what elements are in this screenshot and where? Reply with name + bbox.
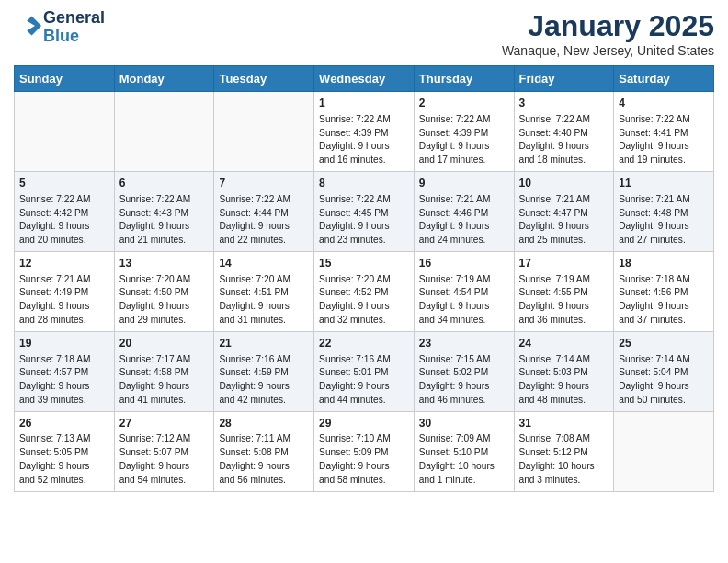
- day-number: 28: [219, 416, 309, 431]
- calendar-week-row: 19Sunrise: 7:18 AM Sunset: 4:57 PM Dayli…: [15, 331, 714, 411]
- logo-text-blue: Blue: [43, 28, 105, 46]
- day-number: 16: [419, 256, 509, 271]
- day-info: Sunrise: 7:19 AM Sunset: 4:55 PM Dayligh…: [519, 273, 609, 327]
- calendar-cell: 14Sunrise: 7:20 AM Sunset: 4:51 PM Dayli…: [214, 251, 314, 331]
- day-info: Sunrise: 7:20 AM Sunset: 4:51 PM Dayligh…: [219, 273, 309, 327]
- calendar-cell: 4Sunrise: 7:22 AM Sunset: 4:41 PM Daylig…: [614, 92, 714, 172]
- calendar-cell: 5Sunrise: 7:22 AM Sunset: 4:42 PM Daylig…: [15, 171, 115, 251]
- day-number: 25: [619, 336, 709, 351]
- day-info: Sunrise: 7:22 AM Sunset: 4:41 PM Dayligh…: [619, 113, 709, 167]
- day-number: 10: [519, 176, 609, 191]
- weekday-header-monday: Monday: [114, 66, 214, 92]
- calendar-cell: 15Sunrise: 7:20 AM Sunset: 4:52 PM Dayli…: [314, 251, 415, 331]
- calendar-cell: 27Sunrise: 7:12 AM Sunset: 5:07 PM Dayli…: [114, 411, 214, 491]
- day-info: Sunrise: 7:08 AM Sunset: 5:12 PM Dayligh…: [519, 432, 609, 487]
- weekday-header-friday: Friday: [514, 66, 614, 92]
- day-number: 31: [519, 416, 609, 431]
- day-number: 29: [319, 416, 409, 431]
- svg-marker-0: [27, 16, 41, 35]
- day-info: Sunrise: 7:13 AM Sunset: 5:05 PM Dayligh…: [19, 432, 109, 487]
- weekday-header-tuesday: Tuesday: [214, 66, 314, 92]
- month-title: January 2025: [502, 9, 714, 43]
- day-info: Sunrise: 7:14 AM Sunset: 5:03 PM Dayligh…: [519, 353, 609, 408]
- day-number: 23: [419, 336, 509, 351]
- day-number: 13: [119, 256, 210, 271]
- day-number: 15: [319, 256, 409, 271]
- day-number: 5: [19, 176, 109, 191]
- day-info: Sunrise: 7:11 AM Sunset: 5:08 PM Dayligh…: [219, 432, 309, 487]
- calendar-cell: 22Sunrise: 7:16 AM Sunset: 5:01 PM Dayli…: [314, 331, 415, 411]
- day-info: Sunrise: 7:22 AM Sunset: 4:45 PM Dayligh…: [319, 193, 409, 247]
- weekday-header-row: SundayMondayTuesdayWednesdayThursdayFrid…: [15, 66, 714, 92]
- calendar-cell: 8Sunrise: 7:22 AM Sunset: 4:45 PM Daylig…: [314, 171, 415, 251]
- day-info: Sunrise: 7:21 AM Sunset: 4:49 PM Dayligh…: [19, 273, 109, 327]
- calendar-table: SundayMondayTuesdayWednesdayThursdayFrid…: [14, 65, 714, 492]
- day-number: 11: [619, 176, 709, 191]
- calendar-cell: 18Sunrise: 7:18 AM Sunset: 4:56 PM Dayli…: [614, 251, 714, 331]
- calendar-cell: 25Sunrise: 7:14 AM Sunset: 5:04 PM Dayli…: [614, 331, 714, 411]
- day-info: Sunrise: 7:21 AM Sunset: 4:46 PM Dayligh…: [419, 193, 509, 247]
- calendar-cell: 26Sunrise: 7:13 AM Sunset: 5:05 PM Dayli…: [15, 411, 115, 491]
- day-number: 26: [19, 416, 109, 431]
- calendar-cell: 16Sunrise: 7:19 AM Sunset: 4:54 PM Dayli…: [414, 251, 514, 331]
- day-info: Sunrise: 7:20 AM Sunset: 4:50 PM Dayligh…: [119, 273, 210, 327]
- calendar-cell: 10Sunrise: 7:21 AM Sunset: 4:47 PM Dayli…: [514, 171, 614, 251]
- calendar-cell: 24Sunrise: 7:14 AM Sunset: 5:03 PM Dayli…: [514, 331, 614, 411]
- weekday-header-wednesday: Wednesday: [314, 66, 415, 92]
- calendar-cell: 31Sunrise: 7:08 AM Sunset: 5:12 PM Dayli…: [514, 411, 614, 491]
- calendar-cell: [114, 92, 214, 172]
- day-number: 4: [619, 96, 709, 111]
- day-info: Sunrise: 7:09 AM Sunset: 5:10 PM Dayligh…: [419, 432, 509, 487]
- calendar-cell: 2Sunrise: 7:22 AM Sunset: 4:39 PM Daylig…: [414, 92, 514, 172]
- title-block: January 2025 Wanaque, New Jersey, United…: [502, 9, 714, 58]
- day-number: 8: [319, 176, 409, 191]
- calendar-cell: 17Sunrise: 7:19 AM Sunset: 4:55 PM Dayli…: [514, 251, 614, 331]
- day-info: Sunrise: 7:19 AM Sunset: 4:54 PM Dayligh…: [419, 273, 509, 327]
- day-info: Sunrise: 7:18 AM Sunset: 4:57 PM Dayligh…: [19, 353, 109, 408]
- day-info: Sunrise: 7:22 AM Sunset: 4:40 PM Dayligh…: [519, 113, 609, 167]
- day-info: Sunrise: 7:18 AM Sunset: 4:56 PM Dayligh…: [619, 273, 709, 327]
- weekday-header-thursday: Thursday: [414, 66, 514, 92]
- calendar-cell: 1Sunrise: 7:22 AM Sunset: 4:39 PM Daylig…: [314, 92, 415, 172]
- calendar-cell: 7Sunrise: 7:22 AM Sunset: 4:44 PM Daylig…: [214, 171, 314, 251]
- page-header: General Blue January 2025 Wanaque, New J…: [14, 9, 714, 58]
- calendar-week-row: 26Sunrise: 7:13 AM Sunset: 5:05 PM Dayli…: [15, 411, 714, 491]
- calendar-cell: [614, 411, 714, 491]
- day-number: 17: [519, 256, 609, 271]
- day-number: 1: [319, 96, 409, 111]
- day-number: 7: [219, 176, 309, 191]
- weekday-header-sunday: Sunday: [15, 66, 115, 92]
- day-info: Sunrise: 7:22 AM Sunset: 4:43 PM Dayligh…: [119, 193, 210, 247]
- day-number: 20: [119, 336, 210, 351]
- day-info: Sunrise: 7:16 AM Sunset: 5:01 PM Dayligh…: [319, 353, 409, 408]
- calendar-cell: 28Sunrise: 7:11 AM Sunset: 5:08 PM Dayli…: [214, 411, 314, 491]
- day-info: Sunrise: 7:20 AM Sunset: 4:52 PM Dayligh…: [319, 273, 409, 327]
- calendar-cell: 30Sunrise: 7:09 AM Sunset: 5:10 PM Dayli…: [414, 411, 514, 491]
- calendar-cell: 20Sunrise: 7:17 AM Sunset: 4:58 PM Dayli…: [114, 331, 214, 411]
- logo-text-general: General: [43, 9, 105, 28]
- day-info: Sunrise: 7:10 AM Sunset: 5:09 PM Dayligh…: [319, 432, 409, 487]
- calendar-cell: [15, 92, 115, 172]
- day-number: 12: [19, 256, 109, 271]
- calendar-cell: 3Sunrise: 7:22 AM Sunset: 4:40 PM Daylig…: [514, 92, 614, 172]
- day-info: Sunrise: 7:21 AM Sunset: 4:48 PM Dayligh…: [619, 193, 709, 247]
- calendar-cell: [214, 92, 314, 172]
- calendar-cell: 21Sunrise: 7:16 AM Sunset: 4:59 PM Dayli…: [214, 331, 314, 411]
- day-info: Sunrise: 7:17 AM Sunset: 4:58 PM Dayligh…: [119, 353, 210, 408]
- calendar-week-row: 5Sunrise: 7:22 AM Sunset: 4:42 PM Daylig…: [15, 171, 714, 251]
- day-number: 9: [419, 176, 509, 191]
- day-info: Sunrise: 7:22 AM Sunset: 4:44 PM Dayligh…: [219, 193, 309, 247]
- weekday-header-saturday: Saturday: [614, 66, 714, 92]
- calendar-cell: 9Sunrise: 7:21 AM Sunset: 4:46 PM Daylig…: [414, 171, 514, 251]
- calendar-cell: 11Sunrise: 7:21 AM Sunset: 4:48 PM Dayli…: [614, 171, 714, 251]
- day-info: Sunrise: 7:14 AM Sunset: 5:04 PM Dayligh…: [619, 353, 709, 408]
- day-number: 30: [419, 416, 509, 431]
- location-title: Wanaque, New Jersey, United States: [502, 43, 714, 58]
- calendar-cell: 12Sunrise: 7:21 AM Sunset: 4:49 PM Dayli…: [15, 251, 115, 331]
- day-info: Sunrise: 7:21 AM Sunset: 4:47 PM Dayligh…: [519, 193, 609, 247]
- calendar-cell: 6Sunrise: 7:22 AM Sunset: 4:43 PM Daylig…: [114, 171, 214, 251]
- day-number: 2: [419, 96, 509, 111]
- calendar-week-row: 1Sunrise: 7:22 AM Sunset: 4:39 PM Daylig…: [15, 92, 714, 172]
- calendar-week-row: 12Sunrise: 7:21 AM Sunset: 4:49 PM Dayli…: [15, 251, 714, 331]
- day-number: 21: [219, 336, 309, 351]
